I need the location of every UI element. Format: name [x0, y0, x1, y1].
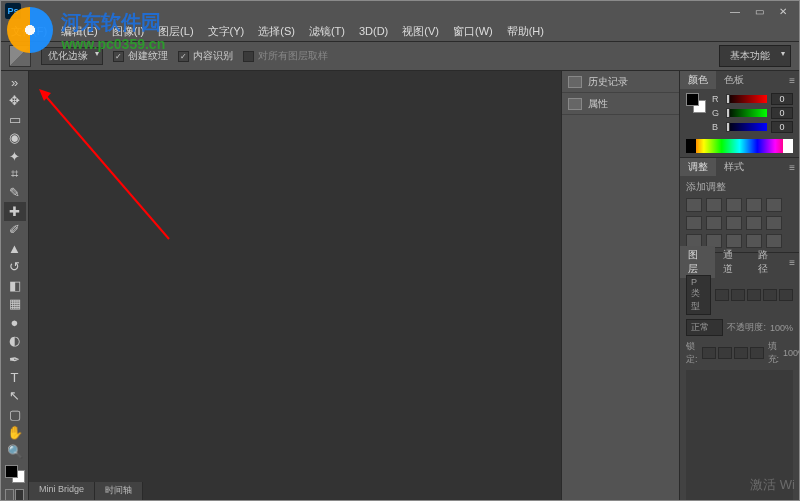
- adjustments-panel: 调整 样式 ≡ 添加调整: [680, 158, 799, 253]
- pen-tool[interactable]: ✒: [4, 350, 26, 368]
- history-icon: [568, 76, 582, 88]
- path-tool[interactable]: ↖: [4, 387, 26, 405]
- options-bar: 优化边缘 ✓创建纹理 ✓内容识别 对所有图层取样 基本功能: [1, 41, 799, 71]
- shape-tool[interactable]: ▢: [4, 405, 26, 423]
- option-refine-edge[interactable]: 优化边缘: [41, 47, 103, 65]
- lasso-tool[interactable]: ◉: [4, 128, 26, 146]
- menu-file[interactable]: 文件(F): [5, 22, 53, 41]
- opacity-value[interactable]: 100%: [770, 323, 793, 333]
- adj-photofilter-icon[interactable]: [746, 216, 762, 230]
- filter-smart-icon[interactable]: [779, 289, 793, 301]
- option-sample-all-layers[interactable]: 对所有图层取样: [243, 49, 328, 63]
- properties-panel-tab[interactable]: 属性: [562, 93, 679, 115]
- eraser-tool[interactable]: ◧: [4, 276, 26, 294]
- type-tool[interactable]: T: [4, 368, 26, 386]
- stamp-tool[interactable]: ▲: [4, 239, 26, 257]
- menu-view[interactable]: 视图(V): [396, 22, 445, 41]
- canvas[interactable]: [29, 71, 561, 501]
- workspace-switcher[interactable]: 基本功能: [719, 45, 791, 67]
- lock-label: 锁定:: [686, 340, 698, 366]
- zoom-tool[interactable]: 🔍: [4, 442, 26, 460]
- menu-bar: 文件(F) 编辑(E) 图像(I) 图层(L) 文字(Y) 选择(S) 滤镜(T…: [1, 21, 799, 41]
- lock-pixel-icon[interactable]: [718, 347, 732, 359]
- foreground-background-swatch[interactable]: [5, 465, 25, 483]
- tab-timeline[interactable]: 时间轴: [95, 482, 143, 500]
- panel-menu-icon[interactable]: ≡: [785, 257, 799, 268]
- adj-colorbalance-icon[interactable]: [706, 216, 722, 230]
- layers-panel: 图层 通道 路径 ≡ P 类型 正常: [680, 253, 799, 501]
- color-spectrum[interactable]: [686, 139, 793, 153]
- filter-shape-icon[interactable]: [763, 289, 777, 301]
- value-r[interactable]: 0: [771, 93, 793, 105]
- brush-tool[interactable]: ✐: [4, 221, 26, 239]
- color-fgbg-swatch[interactable]: [686, 93, 706, 113]
- properties-icon: [568, 98, 582, 110]
- panel-menu-icon[interactable]: ≡: [785, 75, 799, 86]
- history-brush-tool[interactable]: ↺: [4, 258, 26, 276]
- slider-g[interactable]: [726, 109, 767, 117]
- tab-styles[interactable]: 样式: [716, 158, 752, 176]
- panel-menu-icon[interactable]: ≡: [785, 162, 799, 173]
- option-content-aware[interactable]: ✓内容识别: [178, 49, 233, 63]
- lock-pos-icon[interactable]: [734, 347, 748, 359]
- value-g[interactable]: 0: [771, 107, 793, 119]
- filter-adjust-icon[interactable]: [731, 289, 745, 301]
- eyedropper-tool[interactable]: ✎: [4, 184, 26, 202]
- crop-tool[interactable]: ⌗: [4, 165, 26, 183]
- adj-levels-icon[interactable]: [706, 198, 722, 212]
- quick-mask-toggle[interactable]: [5, 489, 25, 501]
- adj-brightness-icon[interactable]: [686, 198, 702, 212]
- close-button[interactable]: ✕: [771, 3, 795, 19]
- blur-tool[interactable]: ●: [4, 313, 26, 331]
- value-b[interactable]: 0: [771, 121, 793, 133]
- adj-curves-icon[interactable]: [726, 198, 742, 212]
- slider-b[interactable]: [726, 123, 767, 131]
- fill-value[interactable]: 100%: [783, 348, 800, 358]
- foreground-color[interactable]: [5, 465, 18, 478]
- filter-pixel-icon[interactable]: [715, 289, 729, 301]
- menu-image[interactable]: 图像(I): [106, 22, 150, 41]
- right-panel-dock: 颜色 色板 ≡ R0 G0 B0 调整 样式 ≡: [679, 71, 799, 501]
- lock-trans-icon[interactable]: [702, 347, 716, 359]
- menu-layer[interactable]: 图层(L): [152, 22, 199, 41]
- menu-window[interactable]: 窗口(W): [447, 22, 499, 41]
- color-panel: 颜色 色板 ≡ R0 G0 B0: [680, 71, 799, 158]
- filter-type-icon[interactable]: [747, 289, 761, 301]
- tab-adjustments[interactable]: 调整: [680, 158, 716, 176]
- menu-select[interactable]: 选择(S): [252, 22, 301, 41]
- adj-vibrance-icon[interactable]: [766, 198, 782, 212]
- slider-r[interactable]: [726, 95, 767, 103]
- adj-bw-icon[interactable]: [726, 216, 742, 230]
- activate-windows-text: 激活 Wi: [750, 476, 795, 494]
- app-logo-icon: Ps: [5, 3, 21, 19]
- tab-color[interactable]: 颜色: [680, 71, 716, 89]
- svg-line-0: [43, 93, 169, 239]
- adj-channelmixer-icon[interactable]: [766, 216, 782, 230]
- move-tool[interactable]: ✥: [4, 91, 26, 109]
- wand-tool[interactable]: ✦: [4, 147, 26, 165]
- menu-edit[interactable]: 编辑(E): [55, 22, 104, 41]
- tab-swatches[interactable]: 色板: [716, 71, 752, 89]
- menu-help[interactable]: 帮助(H): [501, 22, 550, 41]
- minimize-button[interactable]: —: [723, 3, 747, 19]
- adj-exposure-icon[interactable]: [746, 198, 762, 212]
- layer-filter-kind[interactable]: P 类型: [686, 275, 711, 315]
- current-tool-icon[interactable]: [9, 45, 31, 67]
- collapse-icon[interactable]: »: [4, 73, 26, 91]
- dodge-tool[interactable]: ◐: [4, 331, 26, 349]
- mid-panel-dock: 历史记录 属性: [561, 71, 679, 501]
- lock-all-icon[interactable]: [750, 347, 764, 359]
- healing-brush-tool[interactable]: ✚: [4, 202, 26, 220]
- hand-tool[interactable]: ✋: [4, 424, 26, 442]
- menu-filter[interactable]: 滤镜(T): [303, 22, 351, 41]
- menu-3d[interactable]: 3D(D): [353, 23, 394, 39]
- maximize-button[interactable]: ▭: [747, 3, 771, 19]
- blend-mode-select[interactable]: 正常: [686, 319, 723, 336]
- gradient-tool[interactable]: ▦: [4, 294, 26, 312]
- option-create-texture[interactable]: ✓创建纹理: [113, 49, 168, 63]
- history-panel-tab[interactable]: 历史记录: [562, 71, 679, 93]
- tab-mini-bridge[interactable]: Mini Bridge: [29, 482, 95, 500]
- menu-type[interactable]: 文字(Y): [202, 22, 251, 41]
- marquee-tool[interactable]: ▭: [4, 110, 26, 128]
- adj-hue-icon[interactable]: [686, 216, 702, 230]
